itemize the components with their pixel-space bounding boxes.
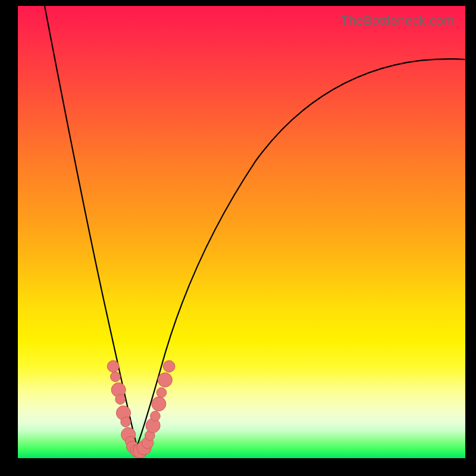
data-bead: [107, 361, 119, 372]
data-bead: [111, 372, 121, 382]
curve-layer: [18, 6, 465, 458]
watermark-text: TheBottleneck.com: [340, 13, 455, 29]
plot-area: TheBottleneck.com: [18, 6, 465, 458]
data-bead: [115, 394, 126, 405]
data-bead: [151, 411, 161, 421]
v-curve-left: [45, 6, 137, 446]
chart-frame: TheBottleneck.com: [0, 0, 476, 476]
data-bead: [121, 417, 131, 427]
data-bead: [163, 361, 175, 372]
data-bead: [158, 373, 172, 387]
data-bead: [152, 397, 166, 411]
v-curve-right: [137, 59, 465, 446]
beads-group: [107, 361, 175, 458]
data-bead: [156, 388, 167, 398]
